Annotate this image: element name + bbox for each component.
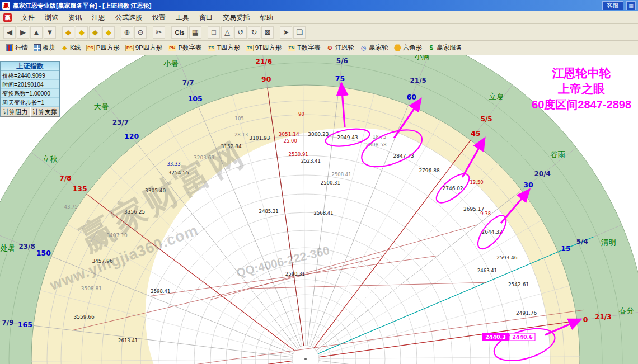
svg-text:0: 0 (583, 315, 588, 324)
view-9p-square-label: 9P四方形 (135, 44, 163, 52)
menu-item-5[interactable]: 设置 (147, 12, 171, 22)
view-winner-wheel[interactable]: ◎赢家轮 (357, 42, 391, 53)
svg-text:20/4: 20/4 (534, 170, 550, 178)
svg-text:2530.91: 2530.91 (289, 152, 308, 157)
menu-item-3[interactable]: 江恩 (87, 12, 110, 22)
menu-item-4[interactable]: 公式选股 (110, 12, 147, 22)
svg-text:5/6: 5/6 (336, 57, 348, 65)
pointer-tool-icon[interactable]: ➤ (280, 26, 292, 39)
svg-text:2508.41: 2508.41 (332, 172, 351, 177)
index-info-buttons: 计算阻力计算支撑 (1, 107, 59, 117)
gem-tool-3-icon[interactable]: ◆ (89, 26, 101, 39)
svg-text:3356.25: 3356.25 (124, 209, 145, 215)
rect-tool-icon[interactable]: □ (208, 26, 220, 39)
svg-text:2542.61: 2542.61 (508, 282, 529, 287)
svg-text:2593.46: 2593.46 (496, 255, 517, 261)
titlebar-skin-icon[interactable]: ▦ (626, 1, 636, 10)
svg-text:小满: 小满 (414, 55, 429, 60)
svg-text:3407.10: 3407.10 (106, 233, 127, 238)
view-t-square-label: T四方形 (217, 44, 241, 52)
svg-text:谷雨: 谷雨 (550, 150, 565, 159)
svg-text:21/5: 21/5 (410, 77, 426, 84)
back-icon[interactable]: ◀ (3, 26, 16, 39)
comment-icon[interactable]: ❏ (293, 26, 306, 39)
svg-text:9.38: 9.38 (480, 211, 491, 216)
zoom-out-icon[interactable]: ⊖ (134, 26, 147, 39)
chart-area: 2491.762542.612593.462644.322695.172746.… (0, 55, 638, 364)
svg-text:2796.88: 2796.88 (419, 168, 439, 173)
down-arrow-icon[interactable]: ▼ (44, 26, 56, 39)
view-quotes[interactable]: 行情 (3, 42, 31, 53)
forward-icon[interactable]: ▶ (17, 26, 29, 39)
svg-text:15: 15 (561, 244, 570, 253)
menu-item-6[interactable]: 工具 (171, 12, 194, 22)
view-gann-wheel[interactable]: ⊕江恩轮 (323, 42, 358, 53)
svg-text:28.13: 28.13 (234, 132, 248, 138)
menu-item-8[interactable]: 交易委托 (218, 12, 255, 22)
rotate-left-icon[interactable]: ↺ (234, 26, 247, 39)
svg-text:2523.41: 2523.41 (301, 158, 321, 164)
svg-text:135: 135 (73, 185, 87, 193)
view-t-square[interactable]: TST四方形 (205, 42, 243, 53)
view-kline[interactable]: ◆K线 (58, 42, 83, 53)
svg-text:75: 75 (335, 74, 345, 83)
customer-service-button[interactable]: 客服 (602, 1, 623, 10)
svg-text:清明: 清明 (601, 238, 616, 247)
view-p-table[interactable]: PNP数字表 (165, 42, 204, 53)
svg-text:2644.32: 2644.32 (481, 229, 502, 235)
svg-text:30: 30 (523, 181, 533, 189)
palette-icon[interactable]: ▦ (189, 26, 201, 39)
svg-text:90: 90 (261, 75, 271, 83)
svg-text:2440.3: 2440.3 (485, 334, 506, 340)
view-winner-service[interactable]: $赢家服务 (425, 42, 465, 53)
svg-text:3152.84: 3152.84 (221, 144, 241, 149)
view-9t-square[interactable]: T99T四方形 (243, 42, 284, 53)
toolbar-main: ◀▶▲▼◆◆◆◆⊕⊖✂Cls▦□△↺↻⊠➤❏ (0, 24, 638, 41)
svg-text:12.50: 12.50 (470, 179, 483, 185)
view-t-table-icon: TN (288, 45, 296, 51)
view-t-table[interactable]: TNT数字表 (285, 42, 323, 53)
up-arrow-icon[interactable]: ▲ (30, 26, 43, 39)
view-sectors[interactable]: 板块 (31, 42, 58, 53)
svg-text:45: 45 (471, 129, 480, 138)
svg-text:2746.02: 2746.02 (442, 186, 463, 191)
view-hexagon[interactable]: 六角形 (391, 42, 425, 53)
svg-text:小暑: 小暑 (163, 59, 179, 68)
rotate-right-icon[interactable]: ↻ (248, 26, 260, 39)
svg-text:2590.31: 2590.31 (285, 271, 305, 277)
view-kline-label: K线 (70, 44, 81, 52)
menu-item-9[interactable]: 帮助 (255, 12, 278, 22)
calc-resistance-button[interactable]: 计算阻力 (1, 107, 30, 117)
cls-button[interactable]: Cls (171, 26, 188, 39)
cut-icon[interactable]: ✂ (153, 26, 165, 39)
info-row-2: 变换系数=1.00000 (1, 89, 59, 98)
menu-bar: 赢 文件浏览资讯江恩公式选股设置工具窗口交易委托帮助 (0, 11, 638, 24)
gem-tool-1-icon[interactable]: ◆ (62, 26, 74, 39)
view-winner-service-icon: $ (428, 44, 435, 51)
info-row-1: 时间=20190104 (1, 80, 59, 89)
menu-item-2[interactable]: 资讯 (63, 12, 87, 22)
delete-tool-icon[interactable]: ⊠ (261, 26, 274, 39)
svg-text:7/8: 7/8 (60, 174, 72, 182)
svg-text:2485.31: 2485.31 (259, 209, 279, 214)
view-gann-wheel-icon: ⊕ (326, 44, 334, 51)
view-p-square[interactable]: PSP四方形 (83, 42, 123, 53)
view-9t-square-label: 9T四方形 (255, 44, 282, 52)
view-9p-square[interactable]: PS9P四方形 (123, 42, 165, 53)
view-p-table-label: P数字表 (178, 44, 201, 52)
zoom-in-icon[interactable]: ⊕ (121, 26, 133, 39)
annotation-line-1: 江恩轮中轮 (532, 65, 631, 81)
menu-item-0[interactable]: 文件 (16, 12, 40, 22)
gem-tool-4-icon[interactable]: ◆ (102, 26, 115, 39)
menu-item-7[interactable]: 窗口 (194, 12, 218, 22)
menu-item-1[interactable]: 浏览 (40, 12, 63, 22)
gem-tool-2-icon[interactable]: ◆ (76, 26, 88, 39)
calc-support-button[interactable]: 计算支撑 (30, 107, 60, 117)
index-info-panel: 上证指数 价格=2440.9099时间=20190104变换系数=1.00000… (0, 61, 60, 117)
svg-text:43.75: 43.75 (64, 204, 78, 210)
svg-text:2491.76: 2491.76 (516, 310, 537, 316)
view-quotes-icon (6, 44, 13, 51)
triangle-tool-icon[interactable]: △ (221, 26, 233, 39)
app-logo-icon: 赢 (2, 2, 10, 10)
menu-items: 文件浏览资讯江恩公式选股设置工具窗口交易委托帮助 (16, 13, 278, 22)
